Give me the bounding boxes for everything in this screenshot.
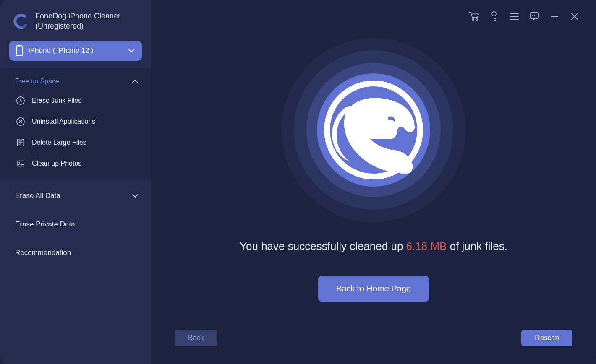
sidebar-group-erase-all[interactable]: Erase All Data xyxy=(0,182,151,210)
sidebar-item-uninstall[interactable]: Uninstall Applications xyxy=(0,111,151,132)
uninstall-icon xyxy=(15,116,26,127)
app-title: FoneDog iPhone Cleaner (Unregistered) xyxy=(35,11,120,31)
group-label: Recommendation xyxy=(15,249,71,257)
svg-rect-1 xyxy=(18,46,21,47)
msg-suffix: of junk files. xyxy=(447,240,507,252)
rescan-button[interactable]: Rescan xyxy=(521,330,572,346)
svg-point-13 xyxy=(536,15,536,16)
sidebar-group-recommendation[interactable]: Recommendation xyxy=(0,239,151,267)
main-panel: You have successfully cleaned up 6.18 MB… xyxy=(151,0,596,364)
sidebar-item-label: Uninstall Applications xyxy=(32,118,95,125)
back-to-home-button[interactable]: Back to Home Page xyxy=(318,276,429,302)
feedback-icon[interactable] xyxy=(529,11,540,22)
sidebar-item-label: Delete Large Files xyxy=(32,139,86,146)
key-icon[interactable] xyxy=(489,11,499,22)
section-free-up-space: Free uo Space Erase Junk Files Uninstall… xyxy=(0,68,151,178)
device-label: iPhone ( iPhone 12 ) xyxy=(29,47,128,55)
svg-rect-0 xyxy=(16,46,22,56)
chevron-up-icon xyxy=(132,79,139,83)
svg-point-7 xyxy=(472,19,474,21)
msg-size: 6.18 MB xyxy=(406,240,447,252)
section-title: Free uo Space xyxy=(15,78,59,85)
photo-icon xyxy=(15,158,26,169)
back-button[interactable]: Back xyxy=(175,330,217,346)
svg-point-12 xyxy=(534,15,535,16)
result-content: You have successfully cleaned up 6.18 MB… xyxy=(151,0,596,330)
app-title-line2: (Unregistered) xyxy=(35,21,120,31)
menu-icon[interactable] xyxy=(509,11,520,22)
titlebar-icons xyxy=(468,11,580,22)
sidebar-group-erase-private[interactable]: Erase Private Data xyxy=(0,210,151,239)
phone-icon xyxy=(14,45,24,56)
sidebar: FoneDog iPhone Cleaner (Unregistered) iP… xyxy=(0,0,151,364)
svg-point-11 xyxy=(532,15,533,16)
clock-icon xyxy=(15,95,26,106)
sidebar-item-label: Erase Junk Files xyxy=(32,97,81,104)
msg-prefix: You have successfully cleaned up xyxy=(240,240,406,252)
result-message: You have successfully cleaned up 6.18 MB… xyxy=(240,240,507,253)
brand: FoneDog iPhone Cleaner (Unregistered) xyxy=(0,8,151,41)
cart-icon[interactable] xyxy=(468,11,479,22)
chevron-down-icon xyxy=(128,49,135,53)
group-label: Erase All Data xyxy=(15,192,60,200)
app-title-line1: FoneDog iPhone Cleaner xyxy=(35,11,120,21)
sidebar-item-label: Clean up Photos xyxy=(32,160,81,167)
sidebar-item-erase-junk[interactable]: Erase Junk Files xyxy=(0,90,151,111)
success-badge xyxy=(277,34,470,226)
svg-point-8 xyxy=(476,19,478,21)
file-list-icon xyxy=(15,137,26,148)
sidebar-item-clean-photos[interactable]: Clean up Photos xyxy=(0,153,151,174)
svg-point-9 xyxy=(492,12,496,16)
app-window: FoneDog iPhone Cleaner (Unregistered) iP… xyxy=(0,0,596,364)
section-header-free-up[interactable]: Free uo Space xyxy=(0,73,151,90)
close-icon[interactable] xyxy=(569,11,580,22)
app-logo-icon xyxy=(13,13,29,29)
sidebar-item-large-files[interactable]: Delete Large Files xyxy=(0,132,151,153)
minimize-icon[interactable] xyxy=(549,11,560,22)
device-selector[interactable]: iPhone ( iPhone 12 ) xyxy=(9,41,142,61)
chevron-down-icon xyxy=(132,194,139,198)
footer-actions: Back Rescan xyxy=(151,330,596,364)
group-label: Erase Private Data xyxy=(15,220,75,229)
